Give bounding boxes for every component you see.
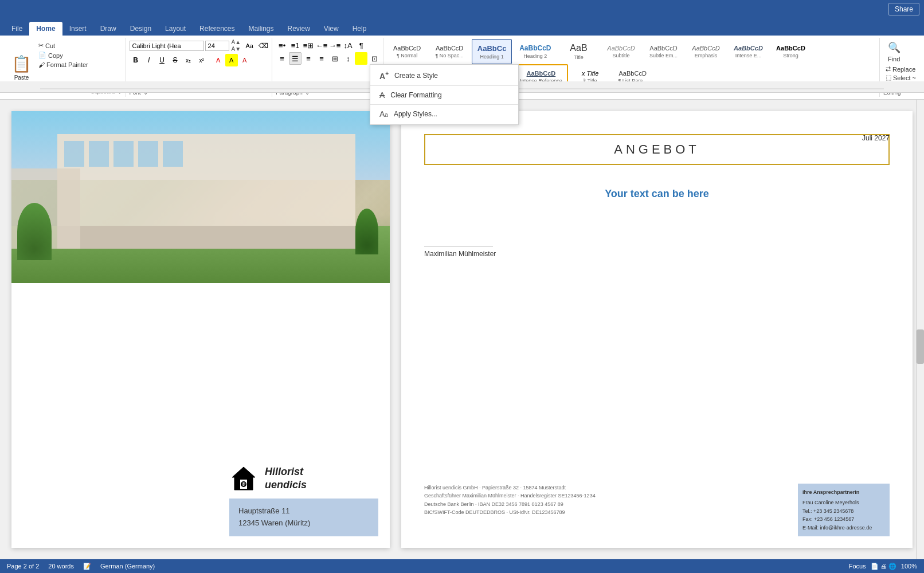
ribbon-tabs: File Home Insert Draw Design Layout Refe… — [0, 18, 924, 36]
document-area: % Hillorist uendicis Hauptstraße 11 1234… — [0, 100, 924, 559]
apply-styles-icon: Aa — [379, 109, 388, 119]
clear-formatting-button[interactable]: ⌫ — [257, 40, 269, 52]
tab-file[interactable]: File — [5, 22, 29, 36]
font-name-input[interactable] — [130, 41, 204, 51]
signatory-name: Maximilian Mühlmeister — [424, 250, 890, 258]
style-subtle-em[interactable]: AaBbCcD Subtle Em... — [643, 39, 683, 64]
italic-button[interactable]: I — [143, 54, 155, 66]
svg-text:%: % — [241, 482, 245, 487]
share-button[interactable]: Share — [888, 3, 919, 15]
footer-line1: Hillorist uendicis GmbH · Papierstraße 3… — [424, 484, 792, 492]
logo-area: % Hillorist uendicis — [229, 464, 307, 493]
web-view-icon[interactable]: 🌐 — [888, 563, 896, 570]
tab-insert[interactable]: Insert — [62, 22, 93, 36]
numbering-button[interactable]: ≡1 — [289, 39, 302, 52]
find-button[interactable]: 🔍 Find — [883, 39, 918, 65]
angebot-box: ANGEBOT — [424, 134, 890, 165]
read-view-icon[interactable]: 📄 — [871, 563, 879, 570]
property-image — [11, 111, 390, 283]
show-hide-button[interactable]: ¶ — [355, 39, 367, 52]
bullets-button[interactable]: ≡• — [276, 39, 288, 52]
angebot-title: ANGEBOT — [614, 142, 700, 156]
tab-draw[interactable]: Draw — [93, 22, 123, 36]
clear-formatting-item[interactable]: A Clear Formatting — [370, 87, 518, 103]
font-size-input[interactable] — [205, 41, 229, 51]
style-emphasis[interactable]: AaBbCcD Emphasis — [686, 39, 726, 64]
style-subtitle[interactable]: AaBbCcD Subtitle — [601, 39, 641, 64]
focus-button[interactable]: Focus — [849, 563, 866, 570]
contact-box: Ihre Ansprechpartnerin Frau Caroline Mey… — [798, 484, 890, 536]
company-name: Hillorist uendicis — [265, 465, 307, 492]
tab-home[interactable]: Home — [29, 22, 62, 36]
multilevel-button[interactable]: ≡⊞ — [302, 39, 315, 52]
superscript-button[interactable]: x² — [195, 54, 208, 66]
justify-button[interactable]: ≡ — [315, 52, 328, 65]
increase-indent-button[interactable]: →≡ — [328, 39, 341, 52]
replace-icon: ⇄ — [886, 65, 891, 73]
font-color-button[interactable]: A — [238, 54, 251, 66]
style-heading1[interactable]: AaBbCc Heading 1 — [472, 39, 512, 64]
dropdown-separator-1 — [370, 85, 518, 86]
contact-fax: Fax: +23 456 1234567 — [802, 515, 885, 523]
tab-mailings[interactable]: Mailings — [241, 22, 280, 36]
line-spacing-button[interactable]: ↕ — [342, 52, 354, 65]
bold-button[interactable]: B — [130, 54, 142, 66]
tab-review[interactable]: Review — [281, 22, 317, 36]
scroll-thumb[interactable] — [917, 329, 924, 364]
shading-button[interactable] — [355, 52, 367, 65]
proofread-icon[interactable]: 📝 — [83, 563, 91, 570]
font-size-increase[interactable]: A▲ — [230, 39, 242, 46]
page-left: % Hillorist uendicis Hauptstraße 11 1234… — [11, 111, 390, 548]
decrease-indent-button[interactable]: ←≡ — [315, 39, 328, 52]
copy-button[interactable]: 📄 Copy — [36, 51, 91, 60]
sort-button[interactable]: ↕A — [342, 39, 354, 52]
style-intense-em[interactable]: AaBbCcD Intense E... — [728, 39, 768, 64]
select-button[interactable]: ⬚ Select ~ — [883, 73, 918, 82]
print-view-icon[interactable]: 🖨 — [880, 563, 887, 570]
terrace — [57, 226, 355, 249]
tab-references[interactable]: References — [193, 22, 241, 36]
tree-left — [17, 203, 52, 260]
tab-layout[interactable]: Layout — [158, 22, 193, 36]
subscript-button[interactable]: x₂ — [182, 54, 195, 66]
window-3 — [113, 141, 134, 167]
view-mode-buttons: 📄 🖨 🌐 — [871, 563, 896, 570]
columns-button[interactable]: ⊞ — [328, 52, 341, 65]
replace-button[interactable]: ⇄ Replace — [883, 65, 918, 73]
style-no-space[interactable]: AaBbCcD ¶ No Spac... — [429, 39, 469, 64]
paste-label: Paste — [14, 74, 29, 81]
font-size-decrease[interactable]: A▼ — [230, 46, 242, 53]
property-card: % Hillorist uendicis Hauptstraße 11 1234… — [218, 453, 390, 548]
underline-button[interactable]: U — [156, 54, 169, 66]
placeholder-text[interactable]: Your text can be here — [424, 188, 890, 200]
borders-button[interactable]: ⊡ — [368, 52, 381, 65]
style-title[interactable]: AaB Title — [558, 39, 598, 64]
align-left-button[interactable]: ≡ — [276, 52, 288, 65]
style-normal[interactable]: AaBbCcD ¶ Normal — [387, 39, 427, 64]
tab-view[interactable]: View — [317, 22, 346, 36]
strikethrough-button[interactable]: S — [169, 54, 182, 66]
page-right[interactable]: Juli 2027 ANGEBOT Your text can be here … — [401, 111, 913, 548]
status-bar: Page 2 of 2 20 words 📝 German (Germany) … — [0, 559, 924, 573]
tab-design[interactable]: Design — [123, 22, 158, 36]
highlight-button[interactable]: A — [225, 54, 238, 66]
zoom-controls[interactable]: 100% — [901, 563, 917, 570]
styles-dropdown: A+ Create a Style A Clear Formatting Aa … — [370, 64, 519, 125]
apply-styles-item[interactable]: Aa Apply Styles... — [370, 106, 518, 122]
vertical-scrollbar[interactable] — [916, 100, 924, 559]
tab-help[interactable]: Help — [346, 22, 374, 36]
format-painter-button[interactable]: 🖌 Format Painter — [36, 61, 91, 69]
style-strong[interactable]: AaBbCcD Strong — [770, 39, 811, 64]
change-case-button[interactable]: Aa — [243, 40, 256, 52]
scissors-icon: ✂ — [38, 42, 44, 49]
contact-tel: Tel.: +23 345 2345678 — [802, 507, 885, 515]
align-right-button[interactable]: ≡ — [302, 52, 315, 65]
building-windows-row1 — [57, 134, 355, 167]
cut-button[interactable]: ✂ Cut — [36, 41, 91, 50]
building-main — [57, 134, 355, 249]
create-style-item[interactable]: A+ Create a Style — [370, 67, 518, 84]
address-line1: Hauptstraße 11 — [238, 505, 369, 517]
align-center-button[interactable]: ☰ — [289, 52, 302, 65]
style-heading2[interactable]: AaBbCcD Heading 2 — [514, 39, 556, 64]
text-color-button[interactable]: A — [212, 54, 225, 66]
